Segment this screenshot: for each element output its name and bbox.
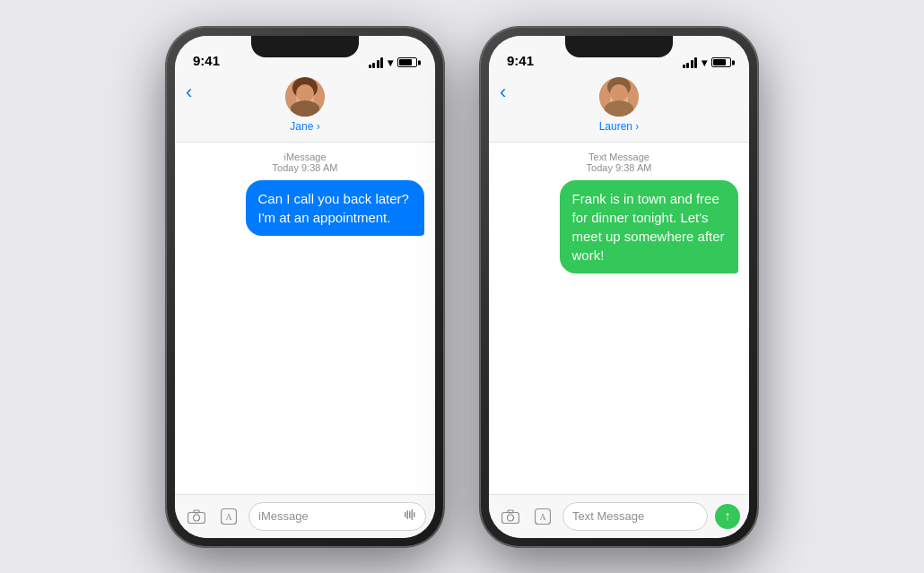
contact-name-lauren: Lauren › xyxy=(599,118,640,133)
svg-point-4 xyxy=(308,95,310,98)
phone-jane: 9:41 ▾ ‹ xyxy=(166,27,444,547)
message-bubble-lauren: Frank is in town and free for dinner ton… xyxy=(560,180,739,273)
svg-point-7 xyxy=(194,515,200,521)
svg-rect-8 xyxy=(194,510,199,513)
screen-jane: 9:41 ▾ ‹ xyxy=(175,36,435,538)
nav-header-jane: ‹ Jane › xyxy=(175,74,435,143)
avatar-lauren xyxy=(599,77,639,117)
wifi-icon-lauren: ▾ xyxy=(702,57,707,68)
phone-lauren: 9:41 ▾ ‹ xyxy=(480,27,758,547)
input-bar-lauren: A Text Message ↑ xyxy=(489,494,749,538)
svg-text:A: A xyxy=(539,512,546,522)
audio-icon-jane xyxy=(404,508,416,524)
svg-point-19 xyxy=(615,95,617,98)
chevron-jane[interactable]: › xyxy=(313,120,319,133)
status-time-jane: 9:41 xyxy=(193,53,220,68)
svg-point-20 xyxy=(622,95,624,98)
battery-icon-lauren xyxy=(711,57,731,67)
svg-rect-15 xyxy=(414,512,415,517)
message-timestamp-lauren: Text Message Today 9:38 AM xyxy=(500,152,738,173)
camera-icon-lauren[interactable] xyxy=(498,504,523,529)
signal-icon-lauren xyxy=(683,57,698,68)
input-bar-jane: A iMessage xyxy=(175,494,435,538)
back-button-jane[interactable]: ‹ xyxy=(186,81,192,104)
svg-text:A: A xyxy=(225,512,232,522)
appstore-icon-jane[interactable]: A xyxy=(216,504,241,529)
wifi-icon-jane: ▾ xyxy=(388,57,393,68)
signal-icon-jane xyxy=(369,57,384,68)
svg-point-5 xyxy=(291,108,319,117)
contact-name-jane: Jane › xyxy=(290,118,319,133)
message-bubble-jane: Can I call you back later? I'm at an app… xyxy=(246,180,425,236)
input-placeholder-lauren: Text Message xyxy=(572,509,698,523)
screen-lauren: 9:41 ▾ ‹ xyxy=(489,36,749,538)
camera-icon-jane[interactable] xyxy=(184,504,209,529)
back-button-lauren[interactable]: ‹ xyxy=(500,81,506,104)
svg-rect-6 xyxy=(188,512,205,523)
status-icons-lauren: ▾ xyxy=(683,57,732,68)
notch-jane xyxy=(251,36,359,57)
svg-point-21 xyxy=(605,108,633,117)
input-field-jane[interactable]: iMessage xyxy=(248,502,426,531)
svg-point-3 xyxy=(301,95,303,98)
svg-rect-24 xyxy=(508,510,513,513)
svg-point-2 xyxy=(296,88,314,109)
messages-area-jane: iMessage Today 9:38 AM Can I call you ba… xyxy=(175,143,435,494)
chevron-lauren[interactable]: › xyxy=(632,120,639,133)
avatar-jane xyxy=(285,77,325,117)
input-placeholder-jane: iMessage xyxy=(258,509,404,523)
svg-point-1 xyxy=(292,77,318,99)
svg-point-18 xyxy=(610,88,628,109)
send-button-lauren[interactable]: ↑ xyxy=(715,504,740,529)
send-arrow-icon: ↑ xyxy=(725,508,731,523)
svg-rect-12 xyxy=(407,510,409,519)
svg-rect-11 xyxy=(405,512,406,517)
svg-point-23 xyxy=(508,515,514,521)
nav-header-lauren: ‹ Lauren › xyxy=(489,74,749,143)
svg-rect-13 xyxy=(409,511,411,518)
status-time-lauren: 9:41 xyxy=(507,53,534,68)
svg-point-17 xyxy=(607,77,631,97)
status-icons-jane: ▾ xyxy=(369,57,418,68)
svg-rect-22 xyxy=(502,512,519,523)
battery-icon-jane xyxy=(397,57,417,67)
svg-rect-14 xyxy=(412,509,414,520)
input-field-lauren[interactable]: Text Message xyxy=(562,502,708,531)
message-timestamp-jane: iMessage Today 9:38 AM xyxy=(186,152,424,173)
messages-area-lauren: Text Message Today 9:38 AM Frank is in t… xyxy=(489,143,749,494)
appstore-icon-lauren[interactable]: A xyxy=(530,504,555,529)
notch-lauren xyxy=(565,36,673,57)
